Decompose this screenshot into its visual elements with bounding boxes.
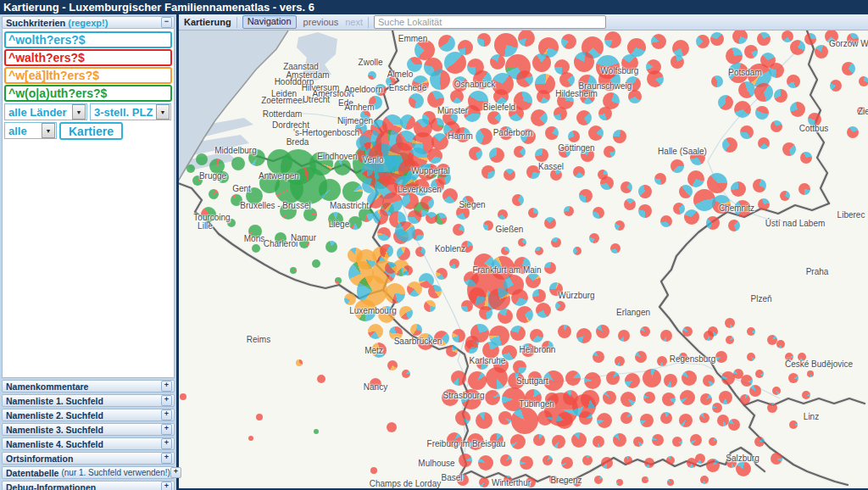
- map-city-label: Arnhem: [344, 103, 374, 112]
- expand-plus-icon[interactable]: +: [161, 438, 172, 449]
- accordion-label: Namenliste 4. Suchfeld: [6, 439, 103, 449]
- pie-marker: [442, 188, 458, 203]
- pie-marker: [573, 166, 585, 178]
- pie-marker: [555, 301, 565, 311]
- expand-plus-icon[interactable]: +: [161, 482, 172, 490]
- accordion-label: Namenliste 3. Suchfeld: [6, 425, 103, 435]
- regex-input-4[interactable]: [4, 85, 172, 102]
- pie-marker: [526, 273, 541, 288]
- pie-marker: [731, 181, 746, 197]
- map-city-label: Osnabrück: [454, 80, 495, 89]
- pie-marker: [640, 326, 650, 337]
- map-city-label: Cottbus: [799, 124, 828, 133]
- pie-marker: [196, 153, 208, 165]
- pie-marker: [664, 374, 677, 387]
- collapse-minus-icon[interactable]: −: [161, 17, 172, 28]
- map-city-label: Potsdam: [728, 68, 761, 77]
- pie-marker: [344, 293, 356, 305]
- pie-marker: [800, 152, 812, 164]
- next-button[interactable]: next: [345, 17, 363, 27]
- accordion-header[interactable]: Namenliste 3. Suchfeld +: [2, 423, 175, 436]
- pie-marker: [687, 170, 704, 187]
- pie-marker: [385, 262, 397, 274]
- pie-marker: [252, 244, 260, 253]
- pie-marker: [461, 300, 473, 312]
- expand-plus-icon[interactable]: +: [161, 453, 172, 464]
- map-area[interactable]: ZaanstadAmsterdamHoofddorpHilversumAmers…: [179, 31, 868, 488]
- alle-select[interactable]: alle ▼: [4, 122, 57, 139]
- expand-plus-icon[interactable]: +: [161, 409, 172, 420]
- previous-button[interactable]: previous: [303, 17, 339, 27]
- pie-marker: [402, 370, 410, 378]
- chevron-down-icon[interactable]: ▼: [156, 104, 170, 120]
- pie-marker: [679, 414, 693, 427]
- pie-marker: [753, 179, 766, 192]
- regex-input-2[interactable]: [4, 49, 172, 66]
- regex-input-3[interactable]: [4, 67, 172, 84]
- map-city-label: Saarbrücken: [394, 337, 442, 346]
- pie-marker: [409, 93, 424, 109]
- pie-marker: [596, 325, 609, 338]
- accordion-label: Datentabelle: [6, 468, 58, 478]
- toolbar-divider: [368, 17, 369, 28]
- pie-marker: [582, 455, 593, 465]
- pie-marker: [342, 181, 363, 202]
- map-city-label: Gorzów Wielkopolski: [829, 39, 868, 48]
- tab-kartierung[interactable]: Kartierung: [184, 17, 231, 27]
- map-city-label: Braunschweig: [579, 81, 632, 91]
- pie-marker: [736, 461, 751, 476]
- expand-plus-icon[interactable]: +: [170, 467, 181, 478]
- pie-marker: [361, 164, 373, 176]
- accordion-header[interactable]: Namenkommentare +: [2, 380, 175, 393]
- pie-marker: [615, 356, 625, 366]
- pie-marker: [564, 206, 574, 216]
- pie-marker: [696, 35, 709, 48]
- pie-marker: [573, 247, 581, 255]
- pie-marker: [620, 392, 636, 407]
- expand-plus-icon[interactable]: +: [161, 424, 172, 435]
- country-select[interactable]: alle Länder ▼: [4, 103, 87, 120]
- expand-plus-icon[interactable]: +: [161, 395, 172, 406]
- accordion-header[interactable]: Namenliste 1. Suchfeld +: [2, 394, 175, 407]
- pie-marker: [487, 111, 501, 125]
- chevron-down-icon[interactable]: ▼: [42, 123, 55, 138]
- suchkriterien-title: Suchkriterien: [6, 18, 65, 28]
- map-city-label: Zoetermeer: [261, 96, 305, 105]
- pie-marker: [640, 414, 654, 427]
- pie-marker: [511, 407, 538, 434]
- regex-input-1[interactable]: [4, 31, 172, 48]
- accordion-header[interactable]: Debug-Informationen +: [2, 481, 175, 490]
- navigation-button[interactable]: Navigation: [242, 15, 297, 29]
- map-city-label: Göttingen: [558, 143, 594, 153]
- accordion-header[interactable]: Namenliste 2. Suchfeld +: [2, 409, 175, 421]
- suchkriterien-header[interactable]: Suchkriterien (regexp!) −: [2, 16, 175, 29]
- accordion-ortsinformation: Ortsinformation +: [2, 452, 175, 465]
- map-city-label: Ústí nad Labem: [765, 219, 826, 228]
- map-city-label: Erlangen: [616, 308, 650, 317]
- accordion-header[interactable]: Namenliste 4. Suchfeld +: [2, 437, 175, 450]
- map-city-label: Praha: [806, 267, 829, 276]
- pie-marker: [754, 83, 773, 102]
- pie-marker: [576, 328, 592, 343]
- plz-select[interactable]: 3-stell. PLZ ▼: [90, 103, 171, 120]
- accordion-header[interactable]: Datentabelle (nur 1. Suchfeld verwenden!…: [2, 466, 175, 479]
- pie-marker: [528, 208, 538, 218]
- expand-plus-icon[interactable]: +: [161, 381, 172, 392]
- pie-marker: [565, 370, 581, 386]
- pie-marker: [428, 285, 442, 298]
- chevron-down-icon[interactable]: ▼: [72, 104, 86, 120]
- pie-marker: [535, 148, 548, 162]
- pie-marker: [368, 71, 376, 80]
- pie-marker: [387, 422, 397, 432]
- pie-marker: [465, 340, 478, 354]
- pie-marker: [604, 31, 621, 48]
- pie-marker: [651, 34, 666, 49]
- map-city-label: Strasbourg: [443, 391, 485, 400]
- pie-marker: [755, 370, 764, 378]
- kartiere-button[interactable]: Kartiere: [59, 122, 123, 140]
- locality-search-input[interactable]: [374, 15, 606, 29]
- pie-marker: [426, 212, 437, 224]
- pie-marker: [314, 429, 319, 434]
- pie-marker: [533, 434, 545, 446]
- accordion-header[interactable]: Ortsinformation +: [2, 452, 175, 465]
